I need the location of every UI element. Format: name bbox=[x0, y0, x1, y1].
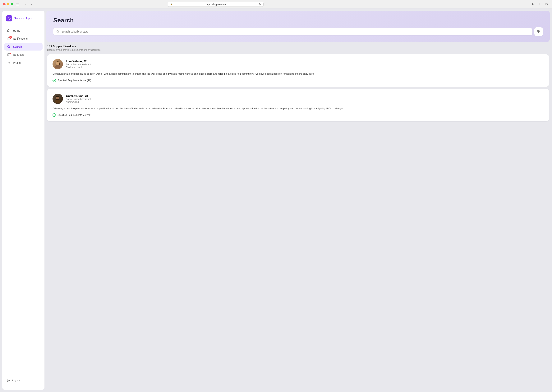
url-text: supportapp.com.au bbox=[174, 3, 258, 6]
browser-navigation: ‹ › bbox=[24, 2, 33, 6]
browser-actions: ⬇ ＋ ⧉ bbox=[530, 2, 549, 7]
requirements-met-lisa: Specified Requirements Met (All) bbox=[52, 79, 544, 82]
refresh-button[interactable]: ↻ bbox=[259, 3, 261, 6]
search-icon bbox=[7, 45, 11, 49]
nav-items: Home 4 Notifications bbox=[2, 27, 44, 374]
download-button[interactable]: ⬇ bbox=[530, 2, 535, 7]
search-label: Search bbox=[13, 45, 22, 48]
svg-point-11 bbox=[55, 65, 60, 68]
worker-card-lisa[interactable]: Lisa Wilson, 32 Social Support Assistant… bbox=[47, 54, 549, 87]
sidebar-item-notifications[interactable]: 4 Notifications bbox=[4, 35, 43, 42]
worker-info-lisa: Lisa Wilson, 32 Social Support Assistant… bbox=[66, 60, 544, 69]
sidebar: SupportApp Home 4 bbox=[2, 11, 44, 390]
requests-badge-dot bbox=[10, 53, 11, 54]
svg-rect-1 bbox=[16, 4, 19, 4]
lock-icon: 🔒 bbox=[170, 3, 173, 5]
svg-point-7 bbox=[539, 30, 540, 31]
logout-label: Log out bbox=[12, 379, 21, 382]
svg-rect-2 bbox=[16, 5, 19, 5]
logo: SupportApp bbox=[2, 15, 44, 27]
app-container: SupportApp Home 4 bbox=[0, 8, 552, 392]
profile-label: Profile bbox=[13, 61, 21, 64]
worker-header-lisa: Lisa Wilson, 32 Social Support Assistant… bbox=[52, 59, 544, 69]
notifications-badge: 4 bbox=[9, 36, 12, 39]
profile-icon bbox=[7, 61, 11, 65]
sidebar-item-profile[interactable]: Profile bbox=[4, 59, 43, 67]
filter-icon bbox=[537, 30, 540, 33]
logout-icon bbox=[7, 378, 10, 382]
worker-card-garrett[interactable]: Garrett Bush, 31 Social Support Assistan… bbox=[47, 89, 549, 121]
svg-rect-0 bbox=[16, 3, 19, 3]
svg-point-9 bbox=[538, 32, 539, 33]
requests-label: Requests bbox=[13, 53, 24, 56]
sidebar-toggle-button[interactable] bbox=[16, 3, 19, 6]
svg-point-5 bbox=[8, 62, 9, 63]
requirements-label-garrett: Specified Requirements Met (All) bbox=[58, 114, 91, 116]
forward-button[interactable]: › bbox=[29, 2, 33, 6]
worker-bio-lisa: Compassionate and dedicated support work… bbox=[52, 72, 544, 76]
avatar-lisa bbox=[52, 59, 63, 69]
search-banner: Search bbox=[46, 11, 550, 42]
back-button[interactable]: ‹ bbox=[24, 2, 28, 6]
maximize-button[interactable] bbox=[11, 3, 13, 5]
worker-info-garrett: Garrett Bush, 31 Social Support Assistan… bbox=[66, 94, 544, 103]
home-label: Home bbox=[13, 29, 20, 32]
logo-text: SupportApp bbox=[14, 17, 31, 20]
results-subtitle: Based on your profile requirements and a… bbox=[47, 49, 549, 51]
logo-icon bbox=[6, 15, 12, 21]
worker-header-garrett: Garrett Bush, 31 Social Support Assistan… bbox=[52, 94, 544, 104]
worker-location-garrett: Nunawading bbox=[66, 101, 544, 103]
worker-location-lisa: Blackburn North bbox=[66, 66, 544, 69]
home-icon bbox=[7, 29, 11, 33]
avatar-garrett bbox=[52, 94, 63, 104]
check-circle-icon-lisa bbox=[52, 79, 56, 82]
traffic-lights bbox=[3, 3, 13, 5]
sidebar-item-home[interactable]: Home bbox=[4, 27, 43, 35]
close-button[interactable] bbox=[3, 3, 6, 5]
results-section: 143 Support Workers Based on your profil… bbox=[46, 45, 550, 124]
results-count: 143 Support Workers bbox=[47, 45, 549, 48]
windows-button[interactable]: ⧉ bbox=[544, 2, 549, 7]
svg-point-3 bbox=[8, 46, 10, 48]
worker-bio-garrett: Driven by a genuine passion for making a… bbox=[52, 107, 544, 111]
svg-point-12 bbox=[56, 62, 59, 65]
requirements-label-lisa: Specified Requirements Met (All) bbox=[58, 79, 91, 82]
new-tab-button[interactable]: ＋ bbox=[537, 2, 542, 7]
worker-name-lisa: Lisa Wilson, 32 bbox=[66, 60, 544, 63]
search-input-row bbox=[53, 27, 543, 36]
sidebar-bottom: Log out bbox=[2, 374, 44, 385]
browser-chrome: ‹ › 🔒 supportapp.com.au ↻ ⬇ ＋ ⧉ bbox=[0, 0, 552, 8]
search-input[interactable] bbox=[61, 30, 529, 33]
search-input-wrapper[interactable] bbox=[53, 28, 532, 35]
svg-point-8 bbox=[538, 31, 538, 32]
filter-button[interactable] bbox=[534, 27, 543, 36]
search-magnifier-icon bbox=[56, 30, 59, 33]
check-circle-icon-garrett bbox=[52, 113, 56, 117]
requirements-met-garrett: Specified Requirements Met (All) bbox=[52, 113, 544, 117]
minimize-button[interactable] bbox=[7, 3, 9, 5]
address-bar[interactable]: 🔒 supportapp.com.au ↻ bbox=[168, 2, 263, 7]
page-title: Search bbox=[53, 17, 543, 24]
sidebar-item-requests[interactable]: Requests bbox=[4, 51, 43, 59]
logout-button[interactable]: Log out bbox=[6, 378, 41, 383]
worker-name-garrett: Garrett Bush, 31 bbox=[66, 94, 544, 98]
main-content: Search bbox=[46, 11, 550, 390]
notifications-label: Notifications bbox=[13, 37, 28, 40]
sidebar-item-search[interactable]: Search bbox=[4, 43, 43, 50]
worker-role-garrett: Social Support Assistant bbox=[66, 98, 544, 100]
worker-role-lisa: Social Support Assistant bbox=[66, 63, 544, 66]
